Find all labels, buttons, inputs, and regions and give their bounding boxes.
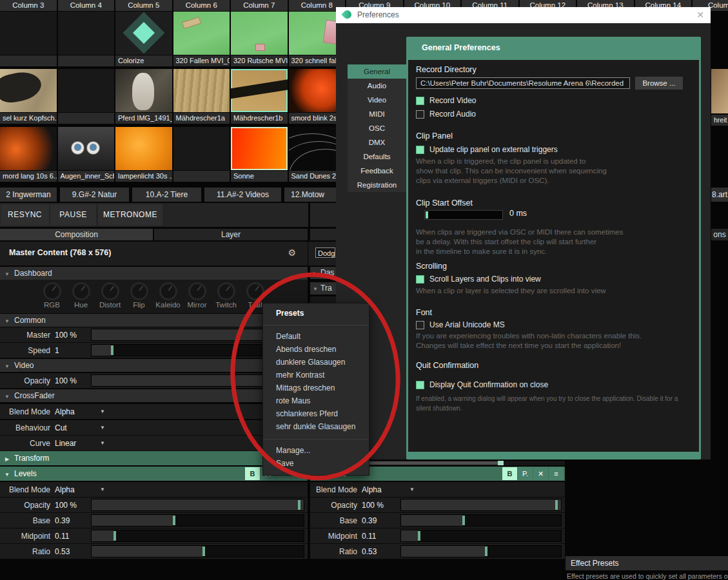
blend-dropdown-partial[interactable]: Dodge xyxy=(315,247,335,258)
metronome-button[interactable]: METRONOME xyxy=(98,204,162,226)
clip-cell[interactable]: Sonne xyxy=(231,127,288,182)
menu-item-preset[interactable]: schlankeres Pferd xyxy=(263,407,369,420)
menu-item-default[interactable]: Default xyxy=(263,330,369,343)
pause-button[interactable]: PAUSE xyxy=(50,204,96,226)
menu-item-preset[interactable]: Abends dreschen xyxy=(263,343,369,356)
tab-video[interactable]: Video xyxy=(348,93,406,107)
clip-cell[interactable]: mord lang 10s 6... xyxy=(0,127,57,182)
dial-distort[interactable]: Distort xyxy=(95,280,124,313)
transform-section-header[interactable]: ▶Transform xyxy=(0,451,308,465)
clip-cell[interactable]: Pferd IMG_1491_... xyxy=(115,69,172,124)
clip-cell[interactable]: 320 Fallen MVI_0... xyxy=(173,12,230,66)
levels-base-slider[interactable] xyxy=(91,514,304,527)
clip-cell[interactable]: 320 Rutsche MVI... xyxy=(231,12,288,66)
menu-item-preset[interactable]: sehr dunkle Glasaugen xyxy=(263,420,369,433)
menu-item-preset[interactable]: rote Maus xyxy=(263,394,369,407)
effect-presets-header[interactable]: Effect Presets xyxy=(566,556,728,570)
dashboard-section-header[interactable]: ▼Dashboard xyxy=(0,267,308,280)
menu-item-preset[interactable]: mehr Kontrast xyxy=(263,369,369,382)
menu-item-preset[interactable]: Mittags dreschen xyxy=(263,382,369,394)
clip-cell[interactable] xyxy=(58,69,115,124)
levels-section-header[interactable]: ▼Levels B P. ✕ ≡ xyxy=(0,467,308,481)
clip-cell[interactable]: lampenlicht 30s ... xyxy=(115,127,172,182)
dialog-titlebar[interactable]: Preferences ✕ xyxy=(336,7,711,23)
chevron-down-icon[interactable]: ▼ xyxy=(100,425,105,430)
clip-cell[interactable] xyxy=(0,12,57,66)
crossfader-section-header[interactable]: ▼CrossFader xyxy=(0,389,308,402)
chevron-down-icon[interactable]: ▼ xyxy=(100,487,105,492)
menu-item-manage[interactable]: Manage... xyxy=(263,444,369,457)
record-video-checkbox[interactable]: Record Video xyxy=(416,95,477,106)
chevron-down-icon[interactable]: ▼ xyxy=(100,440,105,446)
chevron-down-icon[interactable]: ▼ xyxy=(100,409,105,414)
levels-midpoint-slider[interactable] xyxy=(400,530,562,542)
blend-mode-dropdown[interactable]: Alpha xyxy=(55,407,91,416)
video-section-header[interactable]: ▼Video xyxy=(0,359,308,372)
clip-cell[interactable]: Mähdrescher1b xyxy=(231,69,288,124)
tab-registration[interactable]: Registration xyxy=(348,178,406,192)
dial-mirror[interactable]: Mirror xyxy=(182,280,212,313)
tab-feedback[interactable]: Feedback xyxy=(348,164,406,178)
scroll-into-view-checkbox[interactable]: Scroll Layers and Clips into view xyxy=(416,274,541,284)
column-header[interactable]: Column 5 xyxy=(115,0,172,11)
column-header[interactable]: Column 3 xyxy=(0,0,57,11)
tab-audio[interactable]: Audio xyxy=(348,79,406,93)
deck-tab[interactable]: 12.Motow xyxy=(284,188,342,202)
bypass-button[interactable]: B xyxy=(502,467,517,480)
menu-item-preset[interactable]: dunklere Glasaugen xyxy=(263,356,369,369)
dial-twitch[interactable]: Twitch xyxy=(212,280,241,313)
clip-cell[interactable]: Mähdrescher1a xyxy=(173,69,230,124)
browse-button[interactable]: Browse ... xyxy=(635,77,683,90)
quit-confirmation-checkbox[interactable]: Display Quit Confirmation on close xyxy=(416,380,548,390)
tab-partial-right[interactable]: ons xyxy=(711,229,728,240)
clip-cell[interactable]: sel kurz Kopfsch... xyxy=(0,69,57,124)
clip-cell[interactable]: Colorize xyxy=(115,12,172,66)
tab-dmx[interactable]: DMX xyxy=(348,135,406,150)
levels-midpoint-slider[interactable] xyxy=(91,530,304,542)
column-header[interactable]: Column 4 xyxy=(58,0,115,11)
deck-tab[interactable]: 11.A#-2 Videos xyxy=(204,188,281,202)
common-section-header[interactable]: ▼Common xyxy=(0,314,308,327)
deck-tab[interactable]: 9.G#-2 Natur xyxy=(60,188,129,202)
menu-item-save[interactable]: Save xyxy=(263,457,369,470)
tab-layer[interactable]: Layer xyxy=(154,229,308,240)
clip-start-offset-slider[interactable] xyxy=(424,210,503,220)
deck-tab[interactable]: 10.A-2 Tiere xyxy=(132,188,201,202)
tab-defaults[interactable]: Defaults xyxy=(348,150,406,164)
dial-hue[interactable]: Hue xyxy=(66,280,95,313)
dial-flip[interactable]: Flip xyxy=(124,280,153,313)
deck-tab[interactable]: 2 Ingwerman xyxy=(0,188,57,202)
clip-thumbnail[interactable] xyxy=(711,69,728,113)
levels-ratio-slider[interactable] xyxy=(91,545,304,557)
transform-header-partial[interactable]: ▼Tra xyxy=(310,282,336,295)
levels-blend-dropdown[interactable]: Alpha xyxy=(362,485,400,494)
tab-midi[interactable]: MIDI xyxy=(348,107,406,121)
dashboard-header-partial[interactable]: ▶Das xyxy=(310,267,336,279)
record-audio-checkbox[interactable]: Record Audio xyxy=(416,109,476,119)
column-header[interactable]: Column 6 xyxy=(173,0,230,11)
deck-tab-partial[interactable]: 8.art xyxy=(711,188,728,202)
clip-cell[interactable]: Augen_inner_Sch... xyxy=(58,127,115,182)
levels-opacity-slider[interactable] xyxy=(91,499,304,511)
close-icon[interactable]: ✕ xyxy=(696,7,704,23)
behaviour-dropdown[interactable]: Cut xyxy=(55,423,91,432)
dial-kaleido[interactable]: Kaleido xyxy=(153,280,182,313)
levels-base-slider[interactable] xyxy=(400,514,562,527)
levels-ratio-slider[interactable] xyxy=(400,545,562,557)
dial-rgb[interactable]: RGB xyxy=(37,280,66,313)
remove-effect-button[interactable]: ✕ xyxy=(533,467,548,480)
tab-partial[interactable] xyxy=(310,229,336,240)
record-directory-input[interactable] xyxy=(416,77,630,89)
curve-dropdown[interactable]: Linear xyxy=(55,439,91,448)
levels-opacity-slider[interactable] xyxy=(400,499,562,511)
tab-general[interactable]: General xyxy=(348,64,406,79)
tab-osc[interactable]: OSC xyxy=(348,121,406,135)
tab-composition[interactable]: Composition xyxy=(0,229,153,240)
column-header[interactable]: Column 7 xyxy=(231,0,288,11)
presets-button[interactable]: P. xyxy=(518,467,533,480)
chevron-down-icon[interactable]: ▼ xyxy=(409,487,415,492)
gear-icon[interactable]: ⚙ xyxy=(288,247,296,258)
clip-cell[interactable] xyxy=(58,12,115,66)
menu-icon[interactable]: ≡ xyxy=(549,467,564,480)
resync-button[interactable]: RESYNC xyxy=(1,204,49,226)
